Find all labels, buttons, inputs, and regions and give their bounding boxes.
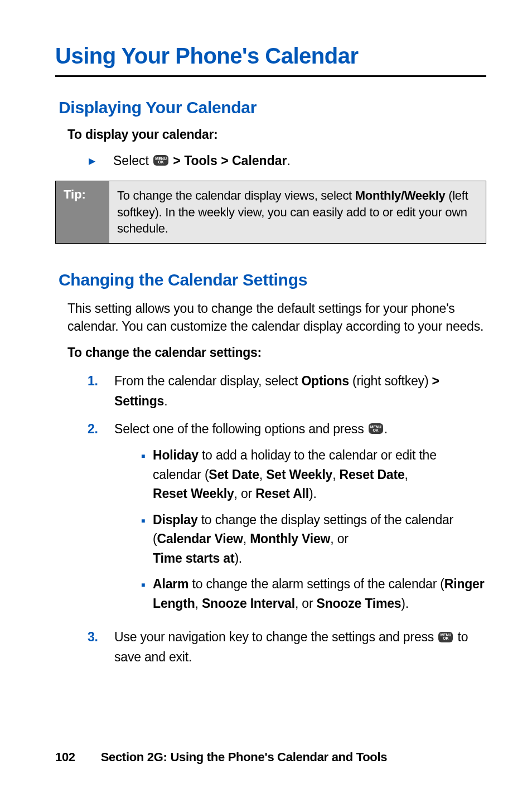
sub-content-alarm: Alarm to change the alarm settings of th…	[153, 574, 486, 613]
menu-ok-icon: MENUOK	[438, 632, 453, 642]
section-heading-displaying: Displaying Your Calendar	[59, 98, 486, 117]
sub-item-alarm: ■ Alarm to change the alarm settings of …	[141, 574, 486, 613]
bullet-period: .	[287, 153, 290, 168]
intro-text: This setting allows you to change the de…	[67, 299, 486, 335]
square-icon: ■	[141, 516, 145, 568]
list-number-3: 3.	[88, 627, 114, 667]
tip-bold: Monthly/Weekly	[355, 188, 446, 202]
tip-prefix: To change the calendar display views, se…	[117, 188, 355, 202]
list-content-1: From the calendar display, select Option…	[114, 371, 486, 411]
sub-item-display: ■ Display to change the display settings…	[141, 510, 486, 568]
bullet-row-select: ▶ Select MENUOK > Tools > Calendar.	[89, 153, 486, 168]
list-item-1: 1. From the calendar display, select Opt…	[88, 371, 486, 411]
sub-content-holiday: Holiday to add a holiday to the calendar…	[153, 446, 486, 504]
list-content-3: Use your navigation key to change the se…	[114, 627, 486, 667]
menu-ok-icon: MENUOK	[369, 423, 383, 434]
tip-label: Tip:	[56, 181, 109, 243]
square-icon: ■	[141, 451, 145, 504]
bullet-text: Select MENUOK > Tools > Calendar.	[113, 153, 291, 168]
sub-list: ■ Holiday to add a holiday to the calend…	[141, 446, 486, 613]
sub-heading-display: To display your calendar:	[67, 127, 486, 142]
list-item-3: 3. Use your navigation key to change the…	[88, 627, 486, 667]
numbered-list: 1. From the calendar display, select Opt…	[88, 371, 486, 667]
list-number-1: 1.	[88, 371, 114, 411]
sub-heading-change: To change the calendar settings:	[67, 345, 486, 360]
sub-item-holiday: ■ Holiday to add a holiday to the calend…	[141, 446, 486, 504]
list-item-2: 2. Select one of the following options a…	[88, 419, 486, 620]
triangle-icon: ▶	[89, 156, 95, 166]
page-number: 102	[55, 750, 75, 764]
sub-content-display: Display to change the display settings o…	[153, 510, 486, 568]
menu-ok-icon: MENUOK	[153, 155, 168, 166]
bullet-prefix: Select	[113, 153, 152, 168]
section-heading-changing: Changing the Calendar Settings	[59, 270, 486, 289]
page-footer: 102 Section 2G: Using the Phone's Calend…	[55, 750, 387, 765]
page-title: Using Your Phone's Calendar	[55, 43, 486, 77]
bullet-suffix: > Tools > Calendar	[170, 153, 287, 168]
tip-box: Tip: To change the calendar display view…	[55, 181, 486, 244]
list-content-2: Select one of the following options and …	[114, 419, 486, 620]
square-icon: ■	[141, 580, 145, 613]
list-number-2: 2.	[88, 419, 114, 620]
tip-content: To change the calendar display views, se…	[109, 181, 486, 243]
footer-section: Section 2G: Using the Phone's Calendar a…	[101, 750, 388, 764]
